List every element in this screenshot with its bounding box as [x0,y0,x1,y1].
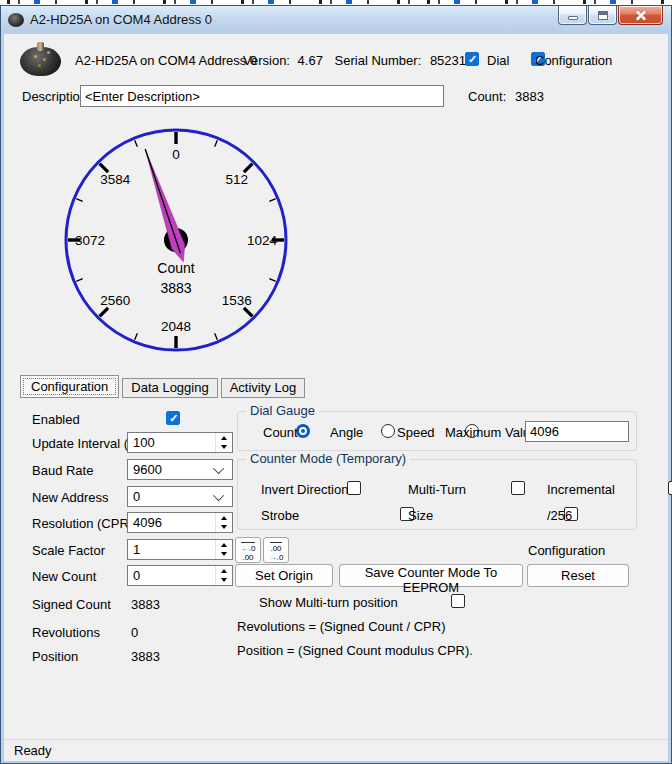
svg-text:3883: 3883 [160,280,191,296]
incremental-label: Incremental [547,482,615,497]
count-label: Count: [468,89,506,104]
tab-configuration[interactable]: Configuration [20,375,119,398]
angle-radio-label: Angle [330,425,363,440]
status-bar: Ready [4,739,668,761]
spin-down-button[interactable] [216,523,232,533]
tab-strip: Configuration Data Logging Activity Log [20,375,305,398]
configuration-section-label: Configuration [528,543,605,558]
arrow-right-icon: → [269,553,277,562]
baud-rate-label: Baud Rate [32,463,93,478]
speed-radio-label: Speed [397,425,435,440]
version-value: 4.67 [298,53,323,68]
revolutions-value: 0 [131,625,138,640]
counter-mode-group-title: Counter Mode (Temporary) [246,451,410,466]
svg-text:512: 512 [226,172,249,187]
show-multiturn-checkbox[interactable] [451,594,465,608]
save-counter-mode-button[interactable]: Save Counter Mode To EEPROM [339,564,523,587]
minimize-icon [568,16,578,20]
update-interval-value: 100 [128,435,215,450]
spin-up-button[interactable] [216,540,232,550]
decimal-text: .0 [249,544,256,553]
multi-turn-checkbox[interactable] [511,481,525,495]
size-label: Size [408,508,433,523]
close-icon [634,8,648,22]
version-serial-line: Version: 4.67 Serial Number: 85231 [243,53,466,68]
minimize-button[interactable] [558,6,587,25]
resolution-spinner[interactable]: 4096 [127,512,233,533]
maximum-value-input[interactable] [525,421,629,442]
dial-checkbox[interactable] [465,52,479,66]
svg-text:3584: 3584 [100,172,131,187]
decimal-text: .00 [270,544,281,553]
svg-text:2560: 2560 [100,293,130,308]
tab-data-logging[interactable]: Data Logging [122,378,217,398]
arrow-left-icon: ← [241,544,249,553]
set-origin-button[interactable]: Set Origin [235,564,333,587]
decimal-text: .00 [242,553,253,562]
div256-label: /256 [547,508,572,523]
multi-turn-label: Multi-Turn [408,482,466,497]
scale-factor-value: 1 [128,542,215,557]
new-count-spinner[interactable]: 0 [127,565,233,586]
svg-text:2048: 2048 [161,319,191,334]
baud-rate-dropdown[interactable]: 9600 [127,459,233,480]
client-area: A2-HD25A on COM4 Address 0 Version: 4.67… [4,34,668,761]
svg-text:3072: 3072 [75,233,105,248]
tab-activity-log[interactable]: Activity Log [221,378,305,398]
configuration-checkbox-label: Configuration [535,53,612,68]
new-address-value: 0 [128,489,216,504]
spin-up-button[interactable] [216,433,232,443]
enabled-label: Enabled [32,412,80,427]
baud-rate-value: 9600 [128,462,216,477]
strobe-label: Strobe [261,508,299,523]
revolutions-label: Revolutions [32,625,100,640]
title-bar[interactable]: A2-HD25A on COM4 Address 0 [1,6,671,33]
dial-checkbox-label: Dial [487,53,509,68]
new-address-dropdown[interactable]: 0 [127,486,233,507]
invert-direction-label: Invert Direction [261,482,348,497]
count-readout: Count: 3883 [468,89,544,104]
incremental-checkbox[interactable] [668,481,672,495]
status-text: Ready [14,743,52,758]
enabled-checkbox[interactable] [166,411,180,425]
window-title: A2-HD25A on COM4 Address 0 [30,12,212,27]
invert-direction-checkbox[interactable] [347,481,361,495]
scale-factor-spinner[interactable]: 1 [127,539,233,560]
app-icon [8,13,24,27]
spin-down-button[interactable] [216,576,232,586]
device-photo [20,42,61,76]
decimal-text: .0 [277,553,284,562]
maximize-icon [598,11,608,20]
position-value: 3883 [131,649,160,664]
spin-up-button[interactable] [216,513,232,523]
count-value: 3883 [515,89,544,104]
count-radio-label: Count [263,425,298,440]
angle-radio[interactable] [381,424,395,438]
decrease-decimal-button[interactable]: ←.0 .00 [235,537,261,563]
svg-text:1536: 1536 [222,293,252,308]
spin-down-button[interactable] [216,443,232,453]
show-multiturn-label: Show Multi-turn position [259,595,398,610]
signed-count-label: Signed Count [32,597,111,612]
position-formula: Position = (Signed Count modulus CPR). [237,643,473,658]
maximize-button[interactable] [588,6,617,25]
position-label: Position [32,649,78,664]
description-input[interactable] [80,85,444,107]
version-label: Version: [243,53,290,68]
serial-value: 85231 [430,53,466,68]
new-count-label: New Count [32,569,96,584]
serial-label: Serial Number: [335,53,422,68]
update-interval-spinner[interactable]: 100 [127,432,233,453]
spin-down-button[interactable] [216,550,232,560]
new-address-label: New Address [32,490,109,505]
reset-button[interactable]: Reset [527,564,629,587]
signed-count-value: 3883 [131,597,160,612]
device-title: A2-HD25A on COM4 Address 0 [75,53,257,68]
spin-up-button[interactable] [216,566,232,576]
description-label: Description [22,89,87,104]
increase-decimal-button[interactable]: .00 →.0 [263,537,289,563]
resolution-label: Resolution (CPR) [32,516,133,531]
caption-buttons [558,6,663,25]
close-button[interactable] [618,6,663,25]
scale-factor-label: Scale Factor [32,543,105,558]
